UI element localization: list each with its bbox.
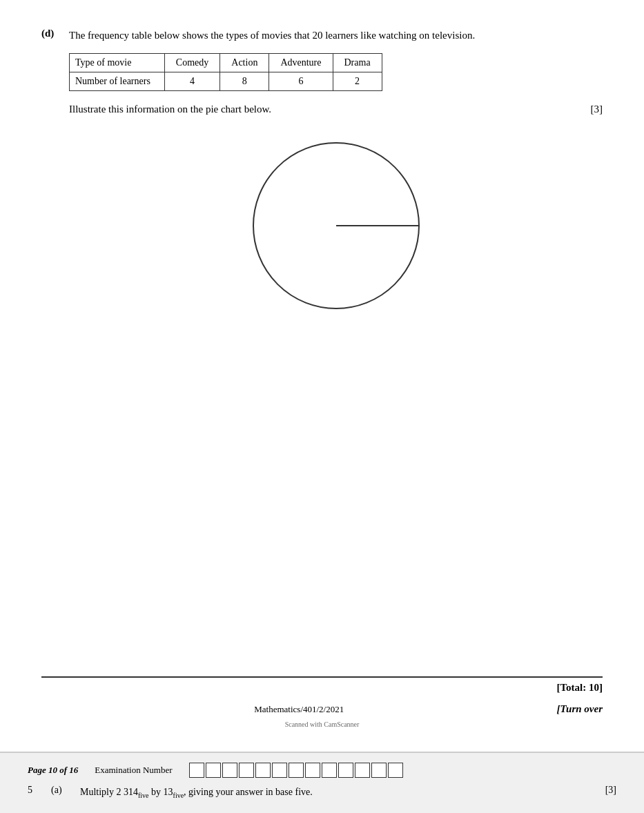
exam-box-9[interactable] xyxy=(322,763,337,778)
table-cell-comedy: 4 xyxy=(164,72,219,90)
table-header-adventure: Adventure xyxy=(269,53,333,72)
illustrate-marks: [3] xyxy=(591,104,603,115)
exam-box-10[interactable] xyxy=(338,763,353,778)
table-cell-action: 8 xyxy=(220,72,269,90)
exam-box-13[interactable] xyxy=(388,763,403,778)
table-cell-adventure: 6 xyxy=(269,72,333,90)
question-5: 5 (a) Multiply 2 314five by 13five, givi… xyxy=(28,785,616,801)
table-header-comedy: Comedy xyxy=(164,53,219,72)
bottom-page: Page 10 of 16 Examination Number 5 (a) xyxy=(0,752,644,813)
exam-number-label: Examination Number xyxy=(95,765,172,776)
question-d-description: The frequency table below shows the type… xyxy=(69,28,603,43)
q5-part: (a) xyxy=(51,785,70,796)
total-section: [Total: 10] xyxy=(41,676,603,694)
q5-text: Multiply 2 314five by 13five, giving you… xyxy=(80,785,596,801)
table-header-type: Type of movie xyxy=(70,53,165,72)
table-data-row: Number of learners 4 8 6 2 xyxy=(70,72,382,90)
footer-row: Mathematics/401/2/2021 [Turn over xyxy=(41,694,603,721)
question-d-content: The frequency table below shows the type… xyxy=(69,28,603,343)
frequency-table: Type of movie Comedy Action Adventure Dr… xyxy=(69,53,382,91)
illustrate-text: Illustrate this information on the pie c… xyxy=(69,104,271,115)
exam-box-6[interactable] xyxy=(272,763,287,778)
table-row-label: Number of learners xyxy=(70,72,165,90)
table-cell-drama: 2 xyxy=(333,72,382,90)
exam-box-12[interactable] xyxy=(371,763,387,778)
illustrate-row: Illustrate this information on the pie c… xyxy=(69,104,603,115)
exam-box-5[interactable] xyxy=(255,763,271,778)
page-info: Page 10 of 16 xyxy=(28,765,78,776)
exam-box-4[interactable] xyxy=(239,763,254,778)
total-label: [Total: 10] xyxy=(556,682,603,694)
q5-marks: [3] xyxy=(605,785,616,796)
table-header-action: Action xyxy=(220,53,269,72)
question-d: (d) The frequency table below shows the … xyxy=(41,28,603,343)
scanned-text: Scanned with CamScanner xyxy=(41,721,603,728)
spacer xyxy=(41,355,603,677)
table-header-drama: Drama xyxy=(333,53,382,72)
exam-box-7[interactable] xyxy=(289,763,304,778)
main-page: (d) The frequency table below shows the … xyxy=(0,0,644,752)
exam-box-2[interactable] xyxy=(206,763,221,778)
question-d-label: (d) xyxy=(41,28,62,343)
page-wrapper: (d) The frequency table below shows the … xyxy=(0,0,644,813)
bottom-header: Page 10 of 16 Examination Number xyxy=(28,763,616,778)
exam-box-3[interactable] xyxy=(222,763,237,778)
exam-box-11[interactable] xyxy=(355,763,370,778)
table-header-row: Type of movie Comedy Action Adventure Dr… xyxy=(70,53,382,72)
pie-chart-svg xyxy=(240,129,433,322)
pie-chart-container xyxy=(69,129,603,322)
footer-center: Mathematics/401/2/2021 xyxy=(254,704,344,715)
footer-right: [Turn over xyxy=(556,703,603,715)
exam-boxes xyxy=(189,763,403,778)
exam-box-8[interactable] xyxy=(305,763,320,778)
exam-box-1[interactable] xyxy=(189,763,204,778)
q5-number: 5 xyxy=(28,785,41,796)
